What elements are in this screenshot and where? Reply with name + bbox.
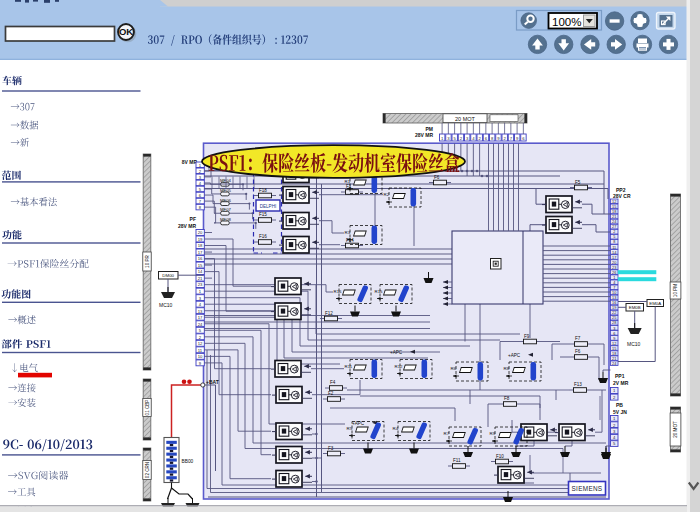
svg-text:R5: R5	[347, 426, 353, 431]
svg-text:27: 27	[612, 225, 616, 229]
svg-text:R6: R6	[451, 366, 457, 371]
svg-text:18: 18	[612, 210, 616, 214]
svg-text:21: 21	[612, 215, 616, 219]
svg-text:F7: F7	[575, 336, 581, 341]
svg-text:R4: R4	[393, 426, 399, 431]
svg-text:R1: R1	[345, 179, 351, 184]
svg-text:15: 15	[612, 205, 616, 209]
svg-text:14: 14	[612, 251, 616, 255]
svg-text:F8: F8	[504, 396, 510, 401]
svg-text:F2: F2	[328, 391, 334, 396]
svg-text:10: 10	[198, 354, 203, 359]
svg-text:4: 4	[613, 281, 615, 285]
svg-text:8V MR: 8V MR	[182, 159, 198, 165]
svg-text:10: 10	[612, 291, 616, 295]
svg-text:9: 9	[613, 337, 615, 341]
svg-text:11: 11	[612, 246, 616, 250]
svg-text:16: 16	[198, 256, 203, 261]
svg-text:6: 6	[613, 332, 615, 336]
svg-text:28: 28	[612, 321, 616, 325]
svg-text:BB00: BB00	[182, 459, 194, 464]
svg-text:1: 1	[613, 276, 615, 280]
svg-text:12: 12	[612, 342, 616, 346]
svg-text:100%: 100%	[552, 16, 581, 28]
svg-text:24: 24	[612, 220, 616, 224]
svg-text:F9: F9	[524, 334, 530, 339]
svg-text:R9: R9	[490, 431, 496, 436]
svg-text:28V MR: 28V MR	[178, 223, 196, 229]
svg-text:F6: F6	[575, 349, 581, 354]
svg-text:19: 19	[198, 237, 203, 242]
svg-text:13: 13	[198, 309, 203, 314]
svg-text:+APC: +APC	[508, 353, 521, 358]
svg-text:F15: F15	[259, 212, 267, 217]
svg-text:28V MR: 28V MR	[415, 132, 433, 138]
svg-text:21: 21	[612, 357, 616, 361]
svg-text:R16: R16	[334, 289, 343, 294]
svg-text:F6: F6	[434, 175, 440, 180]
svg-text:24: 24	[198, 322, 203, 327]
svg-text:5: 5	[613, 235, 615, 239]
svg-text:20: 20	[612, 261, 616, 265]
svg-text:DM00: DM00	[162, 273, 174, 278]
svg-text:20: 20	[198, 230, 203, 235]
svg-text:PP1: PP1	[615, 373, 625, 379]
svg-text:16: 16	[612, 301, 616, 305]
svg-text:14: 14	[198, 269, 203, 274]
svg-text:R15: R15	[375, 289, 384, 294]
svg-text:02 CRN: 02 CRN	[145, 462, 150, 478]
svg-text:22: 22	[612, 311, 616, 315]
svg-text:10 PM: 10 PM	[673, 284, 678, 297]
svg-text:28V CR: 28V CR	[613, 193, 631, 199]
svg-text:R7: R7	[444, 431, 450, 436]
svg-text:10 PR: 10 PR	[145, 254, 150, 267]
svg-text:F13: F13	[574, 382, 582, 387]
svg-text:20 MOT: 20 MOT	[673, 421, 678, 438]
svg-text:23: 23	[198, 282, 203, 287]
svg-text:MC10: MC10	[627, 341, 641, 347]
svg-text:F4: F4	[330, 380, 336, 385]
svg-text:21: 21	[198, 276, 203, 281]
svg-text:17: 17	[198, 315, 203, 320]
svg-text:R2: R2	[384, 192, 390, 197]
svg-text:11: 11	[198, 348, 203, 353]
svg-text:26: 26	[612, 271, 616, 275]
svg-text:19: 19	[612, 306, 616, 310]
svg-text:F10: F10	[496, 454, 504, 459]
svg-text:17: 17	[612, 256, 616, 260]
svg-text:PM: PM	[426, 126, 434, 132]
svg-text:18: 18	[612, 352, 616, 356]
svg-text:12: 12	[198, 341, 203, 346]
svg-text:01 CBP: 01 CBP	[145, 400, 150, 416]
svg-text:15: 15	[198, 263, 203, 268]
svg-text:17: 17	[198, 250, 203, 255]
svg-text:PF: PF	[190, 216, 196, 222]
svg-text:EM0A: EM0A	[649, 301, 661, 306]
svg-text:7: 7	[613, 286, 615, 290]
svg-text:2V MR: 2V MR	[613, 380, 629, 386]
svg-text:R3: R3	[345, 230, 351, 235]
svg-text:23: 23	[612, 266, 616, 270]
svg-text:3: 3	[613, 327, 615, 331]
svg-text:PB: PB	[616, 402, 623, 408]
svg-text:+APC: +APC	[390, 350, 403, 355]
svg-text:OK: OK	[119, 26, 133, 37]
svg-text:R11: R11	[345, 364, 353, 369]
svg-text:2: 2	[613, 230, 615, 234]
svg-text:12: 12	[612, 200, 616, 204]
svg-text:F5: F5	[575, 180, 581, 185]
svg-text:R12: R12	[395, 364, 404, 369]
svg-text:+BAT: +BAT	[206, 379, 219, 385]
svg-text:13: 13	[612, 296, 616, 300]
svg-text:DELPHI: DELPHI	[260, 204, 277, 209]
svg-text:25: 25	[612, 316, 616, 320]
svg-text:5V JN: 5V JN	[613, 409, 627, 415]
svg-text:F11: F11	[453, 458, 461, 463]
svg-text:F12: F12	[325, 311, 333, 316]
svg-text:24: 24	[612, 362, 616, 366]
svg-text:F16: F16	[259, 234, 267, 239]
svg-text:F3: F3	[328, 446, 334, 451]
svg-text:SIEMENS: SIEMENS	[572, 485, 603, 492]
svg-text:15: 15	[612, 347, 616, 351]
svg-text:F18: F18	[259, 188, 267, 193]
